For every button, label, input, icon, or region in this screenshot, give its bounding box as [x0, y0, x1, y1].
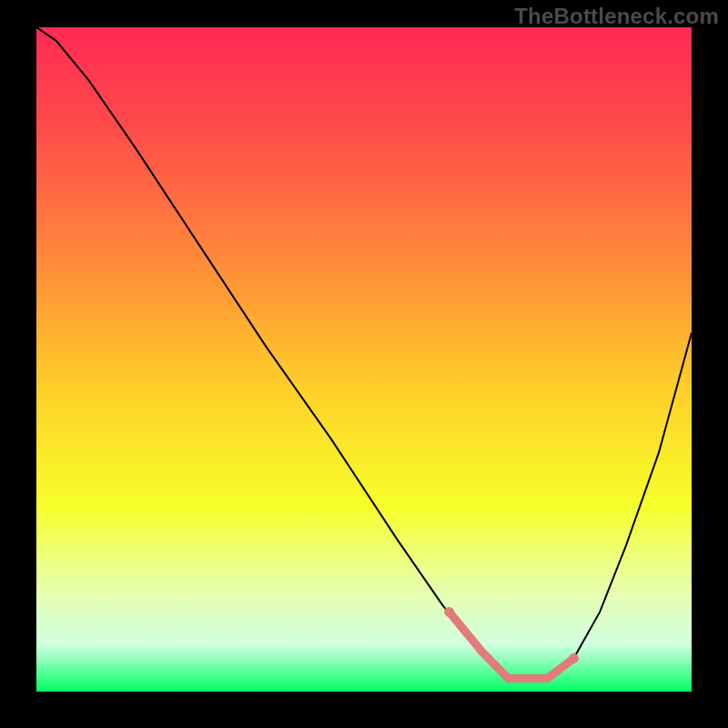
gradient-background [36, 27, 692, 692]
watermark-text: TheBottleneck.com [514, 4, 719, 29]
plot-svg [36, 27, 692, 692]
chart-frame: TheBottleneck.com [0, 0, 728, 728]
plot-area [36, 27, 692, 692]
optimal-range-end-dot [569, 653, 579, 663]
optimal-range-start-dot [444, 607, 454, 617]
